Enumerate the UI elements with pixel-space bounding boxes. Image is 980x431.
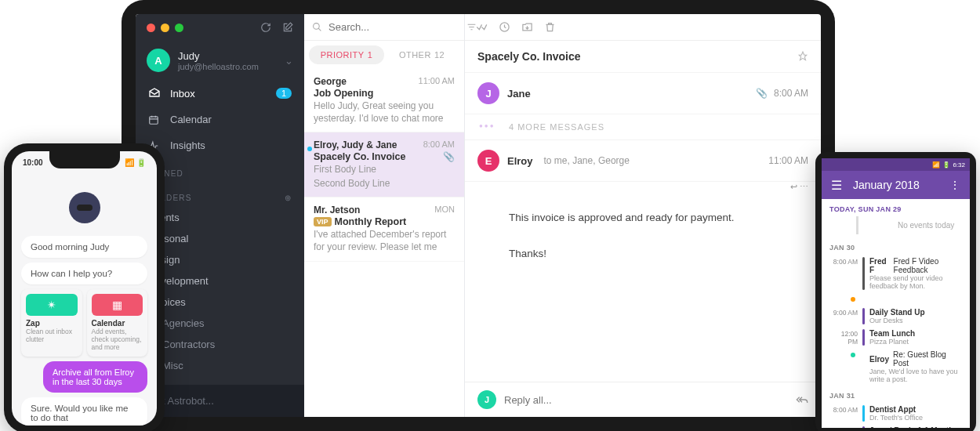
sync-icon[interactable] [260, 22, 271, 33]
message-preview: I've attached December's report for your… [314, 229, 455, 253]
calendar-event[interactable]: 12:00 PM Team LunchPizza Planet [822, 327, 970, 348]
search-input[interactable] [328, 21, 460, 33]
nav-inbox[interactable]: Inbox 1 [136, 80, 304, 107]
calendar-event[interactable]: 8:00 AM Dentist ApptDr. Teeth's Office [822, 403, 970, 424]
compose-icon[interactable] [282, 22, 293, 33]
message-time: MON [434, 205, 455, 216]
thread-pane: Spacely Co. Invoice J Jane 📎8:00 AM 4 MO… [465, 14, 821, 417]
account-email: judy@helloastro.com [178, 62, 277, 71]
maximize-window-icon[interactable] [175, 24, 183, 32]
close-window-icon[interactable] [147, 24, 155, 32]
account-switcher[interactable]: A Judy judy@helloastro.com ⌄ [136, 41, 304, 80]
tab-other[interactable]: OTHER12 [384, 45, 459, 64]
bot-message: Sure. Would you like me to do that [21, 397, 147, 426]
attachment-icon: 📎 [443, 151, 455, 162]
svg-rect-0 [150, 116, 158, 123]
search-icon[interactable] [312, 22, 322, 32]
nav-calendar-label: Calendar [170, 114, 212, 125]
battery-icon: 🔋 [942, 161, 950, 168]
phone-iphone-frame: 10:00 📶 🔋 Good morning Judy How can I he… [4, 143, 165, 431]
reply-input[interactable] [504, 394, 788, 406]
thread-message-collapsed[interactable]: J Jane 📎8:00 AM [465, 73, 821, 114]
calendar-title: January 2018 [853, 179, 920, 191]
event-time: 8:00 AM [829, 405, 858, 422]
message-time: 11:00 AM [768, 155, 808, 166]
search-bar [304, 14, 464, 41]
message-row[interactable]: Elroy, Judy & Jane8:00 AM Spacely Co. In… [304, 132, 464, 197]
add-folder-icon[interactable]: ⊕ [285, 194, 292, 202]
vip-badge: VIP [314, 217, 332, 226]
nav-insights-label: Insights [170, 139, 205, 151]
message-time: 8:00 AM [423, 139, 455, 150]
recipients: to me, Jane, George [544, 155, 630, 166]
hamburger-icon[interactable]: ☰ [831, 178, 842, 193]
phone-android-screen: 📶 🔋 6:32 ☰ January 2018 ⋮ TODAY, SUN JAN… [822, 158, 970, 428]
calendar-event[interactable]: 9:00 AM Daily Stand UpOur Desks [822, 306, 970, 327]
message-from: Mr. Jetson [314, 205, 360, 216]
calendar-event[interactable] [822, 292, 970, 306]
calendar-event[interactable]: Elroy Re: Guest Blog PostJane, We'd love… [822, 348, 970, 386]
day-header-today: TODAY, SUN JAN 29 [822, 199, 970, 216]
day-header: JAN 30 [822, 237, 970, 255]
user-message: Archive all from Elroy in the last 30 da… [43, 361, 147, 393]
nav-calendar[interactable]: Calendar [136, 107, 304, 132]
android-status-bar: 📶 🔋 6:32 [822, 158, 970, 171]
mark-done-icon[interactable] [476, 21, 488, 33]
message-subject: Job Opening [314, 88, 455, 99]
message-actions[interactable]: ↩ ⋯ [778, 182, 821, 198]
calendar-event[interactable]: 12:00 PM Jane / Rosie 1-1 MeetingConfere… [822, 424, 970, 428]
message-row[interactable]: George11:00 AM Job Opening Hello Judy, G… [304, 69, 464, 132]
move-icon[interactable] [521, 21, 533, 33]
status-time: 10:00 [23, 158, 43, 167]
thread-subject: Spacely Co. Invoice [477, 50, 581, 63]
signal-icon: 📶 [932, 161, 940, 168]
calendar-icon: ▦ [92, 294, 143, 316]
calendar-icon [148, 114, 161, 125]
snooze-icon[interactable] [499, 21, 510, 33]
more-icon[interactable]: ⋮ [949, 179, 960, 191]
thread-header: Spacely Co. Invoice [465, 41, 821, 73]
suggestion-cards: ✴ Zap Clean out inbox clutter ▦ Calendar… [12, 289, 157, 357]
card-title: Calendar [92, 319, 143, 328]
bot-message: How can I help you? [21, 263, 147, 284]
more-messages-toggle[interactable]: 4 MORE MESSAGES [465, 114, 821, 140]
avatar: A [147, 49, 170, 72]
inbox-icon [148, 87, 161, 100]
phone-iphone-screen: 10:00 📶 🔋 Good morning Judy How can I he… [12, 151, 157, 426]
message-from: George [314, 76, 347, 87]
more-icon[interactable]: ⋯ [800, 182, 808, 191]
event-time: 9:00 AM [829, 308, 858, 324]
no-events-label: No events today [856, 216, 970, 234]
event-time: 8:00 AM [829, 257, 858, 290]
tab-priority[interactable]: PRIORITY1 [309, 45, 384, 64]
status-time: 6:32 [953, 161, 965, 168]
card-subtitle: Clean out inbox clutter [26, 328, 78, 343]
laptop-frame: A Judy judy@helloastro.com ⌄ Inbox 1 Cal… [122, 0, 835, 431]
reply-icon[interactable]: ↩ [790, 182, 797, 191]
event-marker [829, 350, 858, 383]
reply-bar: J [465, 382, 821, 417]
avatar: J [477, 82, 499, 104]
calendar-card[interactable]: ▦ Calendar Add events, check upcoming, a… [87, 289, 148, 357]
message-preview: Hello Judy, Great seeing you yesterday. … [314, 100, 455, 125]
calendar-event[interactable]: 8:00 AM Fred F Fred F Video FeedbackPlea… [822, 255, 970, 292]
thread-toolbar [465, 14, 821, 41]
bot-message: Good morning Judy [21, 236, 147, 258]
message-preview: First Body Line [314, 164, 455, 176]
avatar: E [477, 150, 499, 172]
reply-all-icon[interactable] [796, 393, 808, 406]
inbox-tabs: PRIORITY1 OTHER12 [304, 41, 464, 69]
zap-card[interactable]: ✴ Zap Clean out inbox clutter [21, 289, 82, 357]
message-from: Elroy, Judy & Jane [314, 139, 397, 150]
minimize-window-icon[interactable] [161, 24, 169, 32]
nav-inbox-label: Inbox [170, 88, 195, 100]
message-time: 11:00 AM [419, 76, 455, 87]
trash-icon[interactable] [544, 21, 556, 33]
thread-message-expanded: E Elroy to me, Jane, George 11:00 AM [465, 140, 821, 182]
card-title: Zap [26, 319, 78, 328]
message-time: 8:00 AM [774, 88, 808, 99]
pin-icon[interactable] [797, 51, 808, 62]
message-preview: Second Body Line [314, 178, 455, 190]
message-row[interactable]: Mr. JetsonMON VIPMonthly Report I've att… [304, 197, 464, 261]
event-time: 12:00 PM [829, 426, 858, 428]
